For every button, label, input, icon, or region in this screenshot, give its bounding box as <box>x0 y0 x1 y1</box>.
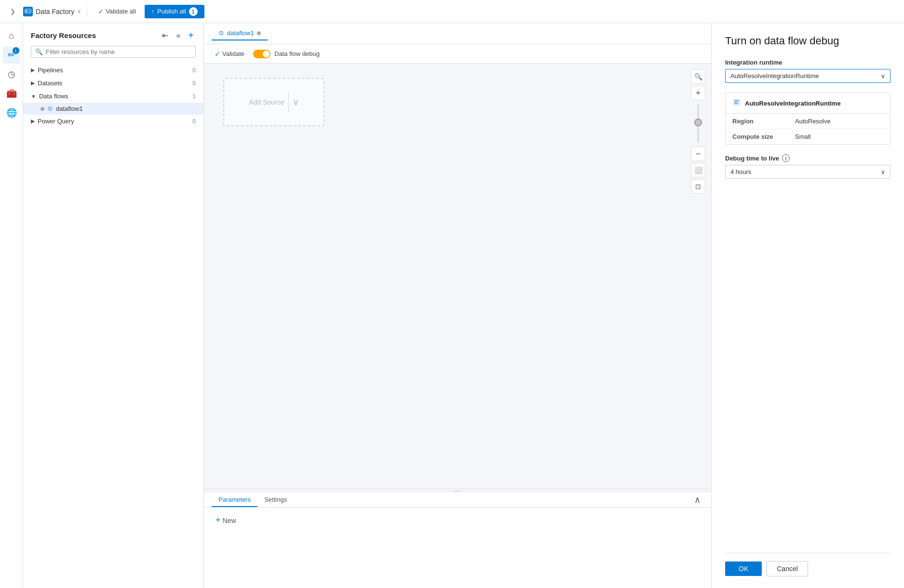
search-input[interactable] <box>46 48 191 55</box>
add-source-box[interactable]: Add Source ∨ <box>223 78 324 126</box>
home-icon: ⌂ <box>9 31 14 41</box>
section-pipelines: ▶ Pipelines 0 <box>23 64 203 77</box>
compute-size-row: Compute size Small <box>726 129 890 144</box>
runtime-info-header: AutoResolveIntegrationRuntime <box>726 93 890 114</box>
brand-label: Data Factory <box>36 8 74 15</box>
svg-rect-0 <box>25 9 31 13</box>
runtime-info-icon <box>732 98 741 108</box>
pipelines-triangle-icon: ▶ <box>31 67 35 73</box>
canvas-content: Add Source ∨ 🔍 + − ⬜ ⊡ <box>204 64 711 588</box>
bottom-content: + New <box>204 508 711 588</box>
section-dataflows-header[interactable]: ▼ Data flows 1 <box>23 90 203 103</box>
section-pipelines-header[interactable]: ▶ Pipelines 0 <box>23 64 203 77</box>
validate-icon: ✓ <box>98 8 104 15</box>
ok-button[interactable]: OK <box>725 561 762 576</box>
dataflow1-item[interactable]: ⚙ dataflow1 <box>23 103 203 115</box>
monitor-button[interactable]: ◷ <box>3 66 20 83</box>
icon-sidebar: ⌂ ✏ 1 ◷ 🧰 🌐 <box>0 23 23 588</box>
canvas-tabs-bar: ⚙ dataflow1 <box>204 23 711 44</box>
canvas-area: ⚙ dataflow1 ✓ Validate Data flow debug <box>204 23 711 588</box>
validate-check-icon: ✓ <box>215 50 220 58</box>
notification-badge: 1 <box>13 47 19 54</box>
integration-runtime-value: AutoResolveIntegrationRuntime <box>730 72 819 80</box>
integration-runtime-label: Integration runtime <box>725 59 891 66</box>
section-datasets-header[interactable]: ▶ Datasets 0 <box>23 77 203 90</box>
dataflow1-dot <box>40 107 44 111</box>
debug-toggle[interactable] <box>253 50 270 58</box>
brand: Data Factory ∨ <box>23 7 81 16</box>
section-datasets: ▶ Datasets 0 <box>23 77 203 90</box>
tab-parameters[interactable]: Parameters <box>212 492 257 507</box>
search-canvas-button[interactable]: 🔍 <box>691 69 705 84</box>
debug-time-label-container: Debug time to live i <box>725 154 891 162</box>
integration-runtime-dropdown[interactable]: AutoResolveIntegrationRuntime ∨ <box>725 69 891 83</box>
datasets-triangle-icon: ▶ <box>31 80 35 86</box>
section-powerquery-header[interactable]: ▶ Power Query 0 <box>23 115 203 128</box>
pipelines-count: 0 <box>192 67 196 74</box>
home-button[interactable]: ⌂ <box>3 27 20 44</box>
dataflows-triangle-icon: ▼ <box>31 94 36 99</box>
brand-chevron[interactable]: ∨ <box>77 8 81 14</box>
double-left-button[interactable]: « <box>174 30 182 41</box>
compute-size-value: Small <box>795 133 811 140</box>
debug-time-dropdown[interactable]: 4 hours ∨ <box>725 165 891 179</box>
debug-time-value: 4 hours <box>730 168 751 175</box>
validate-all-button[interactable]: ✓ Validate all <box>93 6 141 17</box>
dataflow1-name: dataflow1 <box>56 105 83 112</box>
new-parameter-button[interactable]: + New <box>212 513 240 527</box>
debug-toggle-label: Data flow debug <box>274 50 320 57</box>
zoom-slider-track[interactable] <box>697 104 699 143</box>
search-box[interactable]: 🔍 <box>31 46 196 58</box>
dataflow1-tab[interactable]: ⚙ dataflow1 <box>212 27 268 40</box>
debug-time-info-icon[interactable]: i <box>782 154 790 162</box>
section-dataflows-left: ▼ Data flows <box>31 93 68 100</box>
canvas-flow-area[interactable]: Add Source ∨ 🔍 + − ⬜ ⊡ <box>204 64 711 489</box>
globe-button[interactable]: 🌐 <box>3 104 20 121</box>
cancel-button[interactable]: Cancel <box>767 561 808 576</box>
brand-icon <box>23 7 33 16</box>
search-icon: 🔍 <box>35 48 43 55</box>
globe-icon: 🌐 <box>6 107 17 118</box>
tab-unsaved-dot <box>257 31 261 35</box>
collapse-left-button[interactable]: ⇤ <box>160 30 170 41</box>
new-plus-icon: + <box>216 515 221 525</box>
debug-panel-title: Turn on data flow debug <box>725 35 891 47</box>
pencil-button[interactable]: ✏ 1 <box>3 46 20 64</box>
tab-settings[interactable]: Settings <box>257 492 294 507</box>
canvas-toolbar: ✓ Validate Data flow debug <box>204 44 711 64</box>
expand-icon[interactable]: ❯ <box>6 5 19 18</box>
debug-footer: OK Cancel <box>725 553 891 576</box>
debug-toggle-container: Data flow debug <box>253 50 320 58</box>
add-source-divider <box>288 93 289 112</box>
publish-badge: 1 <box>189 7 198 16</box>
zoom-in-button[interactable]: + <box>691 86 705 100</box>
topbar-divider <box>87 7 87 16</box>
validate-label: Validate <box>222 50 244 57</box>
fit-canvas-button[interactable]: ⬜ <box>691 163 705 177</box>
main-layout: ⌂ ✏ 1 ◷ 🧰 🌐 Factory Resources ⇤ « + 🔍 <box>0 23 904 588</box>
bottom-tab-actions: ∧ <box>691 494 703 506</box>
powerquery-count: 0 <box>192 118 196 125</box>
resources-header-actions: ⇤ « + <box>160 29 196 42</box>
collapse-bottom-button[interactable]: ∧ <box>691 494 703 506</box>
powerquery-label: Power Query <box>38 118 74 125</box>
select-region-button[interactable]: ⊡ <box>691 179 705 194</box>
publish-icon: ↑ <box>151 8 155 15</box>
add-resource-button[interactable]: + <box>186 29 196 42</box>
publish-all-button[interactable]: ↑ Publish all 1 <box>145 5 204 18</box>
validate-button[interactable]: ✓ Validate <box>212 49 247 59</box>
compute-size-label: Compute size <box>732 133 795 140</box>
tab-dataflow1-label: dataflow1 <box>227 29 254 37</box>
monitor-icon: ◷ <box>8 69 15 80</box>
pipelines-label: Pipelines <box>38 67 63 74</box>
region-label: Region <box>732 118 795 125</box>
zoom-out-button[interactable]: − <box>691 147 705 161</box>
toolbox-button[interactable]: 🧰 <box>3 85 20 102</box>
canvas-right-controls: 🔍 + − ⬜ ⊡ <box>691 69 705 194</box>
toolbox-icon: 🧰 <box>6 88 17 99</box>
topbar: ❯ Data Factory ∨ ✓ Validate all ↑ Publis… <box>0 0 904 23</box>
datasets-label: Datasets <box>38 80 62 87</box>
new-label: New <box>223 517 236 524</box>
region-row: Region AutoResolve <box>726 114 890 129</box>
bottom-panel: Parameters Settings ∧ + New <box>204 492 711 588</box>
